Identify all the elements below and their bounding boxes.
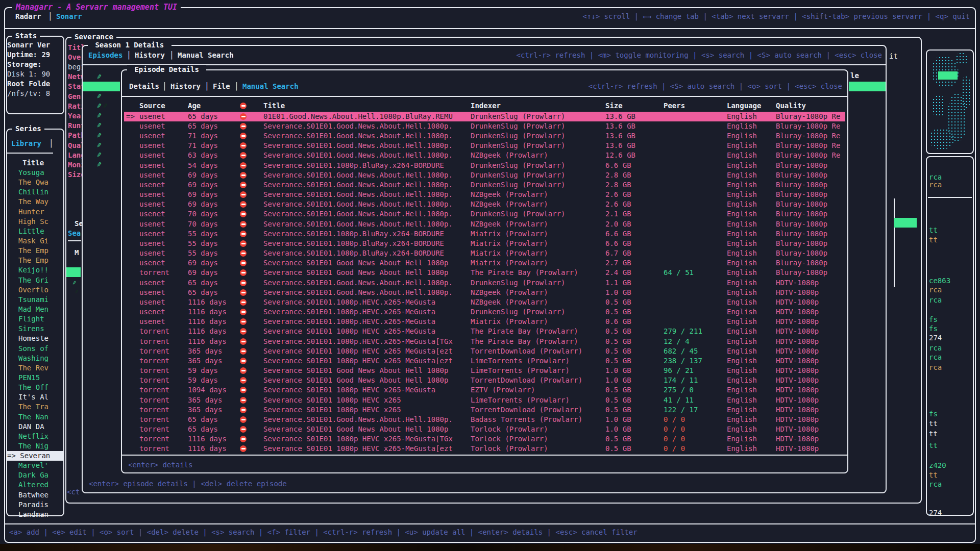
- series-item[interactable]: Altered: [18, 480, 48, 490]
- tab-ep-details[interactable]: Details: [129, 82, 159, 91]
- series-item[interactable]: Sirens: [18, 324, 44, 334]
- release-cell: 12 / 4: [664, 337, 690, 346]
- series-item[interactable]: Little: [18, 227, 44, 236]
- tab-ep-manual-search[interactable]: Manual Search: [242, 82, 299, 91]
- release-row[interactable]: usenet1116 daysSeverance.S01E01.1080p.HE…: [124, 317, 845, 327]
- series-item[interactable]: The Gri: [18, 276, 48, 285]
- background-text-fragment: rca: [929, 295, 942, 305]
- release-row[interactable]: usenet55 daysSeverance.S01E01.1080p.BluR…: [124, 229, 845, 239]
- series-item[interactable]: The Emp: [18, 246, 48, 256]
- tab-radarr[interactable]: Radarr: [15, 12, 41, 21]
- series-item[interactable]: Dark Ga: [18, 470, 48, 480]
- tab-ep-file[interactable]: File: [213, 82, 230, 91]
- series-item[interactable]: Paradis: [18, 500, 48, 510]
- series-item[interactable]: Tsunami: [18, 295, 48, 305]
- release-row[interactable]: usenet55 daysSeverance.S01E01.1080p.BluR…: [124, 248, 845, 258]
- tab-season-manual-search[interactable]: Manual Search: [178, 51, 234, 60]
- release-row[interactable]: torrent65 daysSeverance S01E01 Good News…: [124, 424, 845, 434]
- release-row[interactable]: usenet69 daysSeverance.S01E01.Good.News.…: [124, 170, 845, 180]
- series-item[interactable]: Marvel': [18, 461, 48, 470]
- seasons-scrollbar-thumb[interactable]: [894, 218, 917, 228]
- selected-season-row-fragment[interactable]: => ✎: [66, 267, 81, 277]
- release-cell: usenet: [139, 278, 165, 288]
- release-row[interactable]: torrent1116 daysSeverance S01E01 1080p H…: [124, 444, 845, 454]
- release-row[interactable]: usenet69 daysSeverance.S01E01.Good.News.…: [124, 190, 845, 199]
- tab-ep-history[interactable]: History: [170, 82, 201, 91]
- series-item[interactable]: The Nig: [18, 441, 48, 451]
- release-cell: LimeTorrents (Prowlarr): [471, 356, 570, 366]
- release-row[interactable]: usenet69 daysSeverance S01E01 Good News …: [124, 258, 845, 268]
- release-row[interactable]: usenet71 daysSeverance.S01E01.Good.News.…: [124, 141, 845, 151]
- release-row[interactable]: torrent365 daysSeverance S01E01 1080p HE…: [124, 405, 845, 415]
- release-row[interactable]: torrent1094 daysSeverance S01E01 1080p H…: [124, 385, 845, 395]
- release-row[interactable]: usenet1116 daysSeverance.S01E01.1080p.HE…: [124, 297, 845, 307]
- release-row[interactable]: usenet71 daysSeverance.S01E01.Good.News.…: [124, 131, 845, 141]
- release-row[interactable]: torrent65 daysSeverance.S01E01.Good.News…: [124, 415, 845, 424]
- series-item[interactable]: The Tra: [18, 402, 48, 412]
- release-row[interactable]: usenet54 daysSeverance.S01E01.1080p.BluR…: [124, 161, 845, 170]
- series-item[interactable]: Chillin: [18, 187, 48, 197]
- release-cell: English: [727, 180, 757, 190]
- series-item-selected[interactable]: => Severan: [7, 451, 63, 461]
- release-row[interactable]: usenet55 daysSeverance.S01E01.1080p.BluR…: [124, 239, 845, 248]
- rejected-icon: [240, 377, 247, 384]
- release-row[interactable]: usenet1116 daysSeverance.S01E01.1080p.HE…: [124, 307, 845, 317]
- series-item[interactable]: Overflo: [18, 285, 48, 295]
- release-row[interactable]: torrent59 daysSeverance S01E01 Good News…: [124, 366, 845, 375]
- series-item[interactable]: Flight: [18, 314, 44, 324]
- release-row[interactable]: usenet69 daysSeverance.S01E01.Good.News.…: [124, 199, 845, 209]
- series-item[interactable]: Washing: [18, 354, 48, 363]
- series-item[interactable]: Yosuga: [18, 168, 44, 178]
- release-row[interactable]: =>usenet65 days01E01.Good.News.About.Hel…: [124, 112, 845, 121]
- release-row[interactable]: usenet65 daysSeverance.S01E01.Good.News.…: [124, 121, 845, 131]
- release-row[interactable]: torrent365 daysSeverance S01E01 1080p HE…: [124, 395, 845, 405]
- series-item[interactable]: Netflix: [18, 432, 48, 441]
- release-row[interactable]: torrent1116 daysSeverance S01E01 1080p H…: [124, 327, 845, 336]
- release-row[interactable]: torrent365 daysSeverance S01E01 1080p HE…: [124, 356, 845, 366]
- series-item[interactable]: Batwhee: [18, 490, 48, 500]
- tab-episodes[interactable]: Episodes: [88, 51, 122, 60]
- series-item[interactable]: Sons of: [18, 344, 48, 354]
- series-item[interactable]: Mask Gi: [18, 236, 48, 246]
- series-item[interactable]: Homeste: [18, 334, 48, 343]
- series-item[interactable]: Landman: [18, 510, 48, 519]
- release-row[interactable]: usenet69 daysSeverance.S01E01.Good.News.…: [124, 180, 845, 190]
- release-row[interactable]: torrent1116 daysSeverance.S01E01.1080p.H…: [124, 337, 845, 346]
- release-row[interactable]: torrent365 daysSeverance S01E01 1080p HE…: [124, 346, 845, 356]
- series-item[interactable]: Keijo!!: [18, 265, 48, 275]
- series-item[interactable]: The Qwa: [18, 178, 48, 187]
- series-item[interactable]: The Emp: [18, 256, 48, 265]
- tab-season-history[interactable]: History: [135, 51, 165, 60]
- release-cell: usenet: [139, 131, 165, 141]
- release-row[interactable]: usenet65 daysSeverance.S01E01.Good.News.…: [124, 288, 845, 297]
- series-item[interactable]: PEN15: [18, 373, 40, 383]
- release-cell: English: [727, 317, 757, 327]
- tab-library[interactable]: Library: [11, 139, 41, 148]
- release-row[interactable]: usenet70 daysSeverance.S01E01.Good.News.…: [124, 209, 845, 219]
- series-item[interactable]: DAN DA: [18, 422, 44, 432]
- release-cell: 71 days: [188, 131, 218, 141]
- series-item[interactable]: The Nan: [18, 412, 48, 422]
- series-item[interactable]: High Sc: [18, 217, 48, 227]
- series-item[interactable]: Hunter: [18, 207, 44, 217]
- selected-episode-row-fragment[interactable]: => ✎: [83, 82, 120, 91]
- series-item[interactable]: The Off: [18, 383, 48, 392]
- rejected-icon: [240, 328, 247, 335]
- series-item[interactable]: It's Al: [18, 392, 48, 402]
- release-cell: English: [727, 248, 757, 258]
- release-cell: 13.6 GB: [605, 141, 635, 151]
- release-row[interactable]: torrent59 daysSeverance S01E01 Good News…: [124, 375, 845, 385]
- release-row[interactable]: torrent69 daysSeverance S01E01 Good News…: [124, 268, 845, 278]
- tab-sonarr[interactable]: Sonarr: [56, 12, 82, 21]
- series-item[interactable]: Mad Men: [18, 305, 48, 314]
- release-cell: DrunkenSlug (Prowlarr): [471, 141, 565, 151]
- release-row[interactable]: usenet63 daysSeverance.S01E01.Good.News.…: [124, 151, 845, 160]
- release-row[interactable]: usenet70 daysSeverance.S01E01.Good.News.…: [124, 219, 845, 229]
- series-item[interactable]: The Rev: [18, 363, 48, 373]
- series-item[interactable]: The Way: [18, 197, 48, 207]
- release-row[interactable]: usenet65 daysSeverance.S01E01.Good.News.…: [124, 278, 845, 288]
- episode-row-fragment: ✎: [97, 160, 102, 169]
- seasons-tab-fragment[interactable]: Sea: [68, 229, 81, 238]
- release-cell: 1116 days: [188, 317, 227, 327]
- release-row[interactable]: torrent1116 daysSeverance S01E01 1080p H…: [124, 434, 845, 444]
